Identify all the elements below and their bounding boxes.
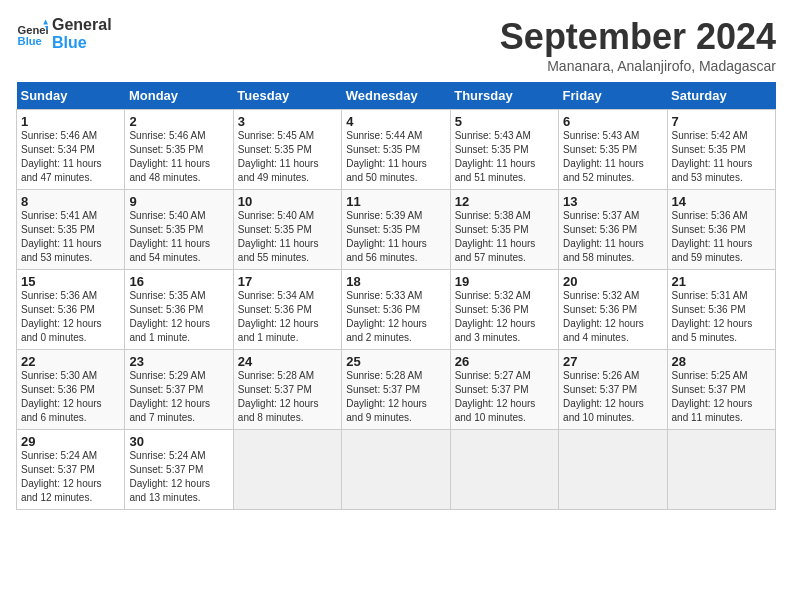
day-number: 10 [238,194,337,209]
logo-text-blue: Blue [52,34,112,52]
day-info: Sunrise: 5:43 AMSunset: 5:35 PMDaylight:… [563,129,662,185]
day-info: Sunrise: 5:35 AMSunset: 5:36 PMDaylight:… [129,289,228,345]
calendar-cell [233,430,341,510]
day-number: 21 [672,274,771,289]
logo-text-general: General [52,16,112,34]
day-info: Sunrise: 5:24 AMSunset: 5:37 PMDaylight:… [129,449,228,505]
day-number: 29 [21,434,120,449]
calendar-cell: 19 Sunrise: 5:32 AMSunset: 5:36 PMDaylig… [450,270,558,350]
calendar-cell: 21 Sunrise: 5:31 AMSunset: 5:36 PMDaylig… [667,270,775,350]
day-info: Sunrise: 5:46 AMSunset: 5:35 PMDaylight:… [129,129,228,185]
day-info: Sunrise: 5:41 AMSunset: 5:35 PMDaylight:… [21,209,120,265]
calendar-cell: 27 Sunrise: 5:26 AMSunset: 5:37 PMDaylig… [559,350,667,430]
col-header-monday: Monday [125,82,233,110]
calendar-cell: 9 Sunrise: 5:40 AMSunset: 5:35 PMDayligh… [125,190,233,270]
day-number: 14 [672,194,771,209]
day-info: Sunrise: 5:38 AMSunset: 5:35 PMDaylight:… [455,209,554,265]
calendar-cell: 26 Sunrise: 5:27 AMSunset: 5:37 PMDaylig… [450,350,558,430]
calendar-row: 8 Sunrise: 5:41 AMSunset: 5:35 PMDayligh… [17,190,776,270]
logo: General Blue General Blue [16,16,112,51]
day-number: 18 [346,274,445,289]
col-header-sunday: Sunday [17,82,125,110]
day-number: 23 [129,354,228,369]
day-number: 26 [455,354,554,369]
day-info: Sunrise: 5:25 AMSunset: 5:37 PMDaylight:… [672,369,771,425]
col-header-saturday: Saturday [667,82,775,110]
day-number: 16 [129,274,228,289]
day-info: Sunrise: 5:31 AMSunset: 5:36 PMDaylight:… [672,289,771,345]
day-number: 19 [455,274,554,289]
day-info: Sunrise: 5:40 AMSunset: 5:35 PMDaylight:… [238,209,337,265]
calendar-cell: 29 Sunrise: 5:24 AMSunset: 5:37 PMDaylig… [17,430,125,510]
day-info: Sunrise: 5:24 AMSunset: 5:37 PMDaylight:… [21,449,120,505]
calendar-row: 15 Sunrise: 5:36 AMSunset: 5:36 PMDaylig… [17,270,776,350]
day-number: 30 [129,434,228,449]
calendar-cell: 17 Sunrise: 5:34 AMSunset: 5:36 PMDaylig… [233,270,341,350]
day-info: Sunrise: 5:28 AMSunset: 5:37 PMDaylight:… [346,369,445,425]
day-number: 25 [346,354,445,369]
day-number: 6 [563,114,662,129]
calendar-cell: 7 Sunrise: 5:42 AMSunset: 5:35 PMDayligh… [667,110,775,190]
svg-text:General: General [18,24,48,36]
day-info: Sunrise: 5:33 AMSunset: 5:36 PMDaylight:… [346,289,445,345]
day-number: 27 [563,354,662,369]
calendar-cell: 16 Sunrise: 5:35 AMSunset: 5:36 PMDaylig… [125,270,233,350]
calendar-cell: 25 Sunrise: 5:28 AMSunset: 5:37 PMDaylig… [342,350,450,430]
calendar-cell [450,430,558,510]
calendar-cell: 10 Sunrise: 5:40 AMSunset: 5:35 PMDaylig… [233,190,341,270]
calendar-cell: 5 Sunrise: 5:43 AMSunset: 5:35 PMDayligh… [450,110,558,190]
calendar-cell: 22 Sunrise: 5:30 AMSunset: 5:36 PMDaylig… [17,350,125,430]
day-number: 28 [672,354,771,369]
calendar-cell: 20 Sunrise: 5:32 AMSunset: 5:36 PMDaylig… [559,270,667,350]
col-header-thursday: Thursday [450,82,558,110]
day-number: 8 [21,194,120,209]
day-info: Sunrise: 5:44 AMSunset: 5:35 PMDaylight:… [346,129,445,185]
day-number: 22 [21,354,120,369]
logo-icon: General Blue [16,18,48,50]
calendar-cell: 3 Sunrise: 5:45 AMSunset: 5:35 PMDayligh… [233,110,341,190]
calendar-cell: 18 Sunrise: 5:33 AMSunset: 5:36 PMDaylig… [342,270,450,350]
day-number: 20 [563,274,662,289]
location-title: Mananara, Analanjirofo, Madagascar [500,58,776,74]
day-info: Sunrise: 5:29 AMSunset: 5:37 PMDaylight:… [129,369,228,425]
month-title: September 2024 [500,16,776,58]
col-header-wednesday: Wednesday [342,82,450,110]
day-number: 5 [455,114,554,129]
calendar-cell: 15 Sunrise: 5:36 AMSunset: 5:36 PMDaylig… [17,270,125,350]
day-number: 2 [129,114,228,129]
day-info: Sunrise: 5:26 AMSunset: 5:37 PMDaylight:… [563,369,662,425]
day-info: Sunrise: 5:40 AMSunset: 5:35 PMDaylight:… [129,209,228,265]
svg-text:Blue: Blue [18,35,42,47]
day-number: 12 [455,194,554,209]
calendar-cell: 24 Sunrise: 5:28 AMSunset: 5:37 PMDaylig… [233,350,341,430]
title-area: September 2024 Mananara, Analanjirofo, M… [500,16,776,74]
day-info: Sunrise: 5:34 AMSunset: 5:36 PMDaylight:… [238,289,337,345]
calendar-cell: 4 Sunrise: 5:44 AMSunset: 5:35 PMDayligh… [342,110,450,190]
calendar-cell [667,430,775,510]
calendar-cell: 6 Sunrise: 5:43 AMSunset: 5:35 PMDayligh… [559,110,667,190]
calendar-cell: 23 Sunrise: 5:29 AMSunset: 5:37 PMDaylig… [125,350,233,430]
calendar-cell: 8 Sunrise: 5:41 AMSunset: 5:35 PMDayligh… [17,190,125,270]
day-number: 15 [21,274,120,289]
col-header-friday: Friday [559,82,667,110]
calendar-table: SundayMondayTuesdayWednesdayThursdayFrid… [16,82,776,510]
day-number: 3 [238,114,337,129]
calendar-cell: 13 Sunrise: 5:37 AMSunset: 5:36 PMDaylig… [559,190,667,270]
calendar-cell: 2 Sunrise: 5:46 AMSunset: 5:35 PMDayligh… [125,110,233,190]
calendar-row: 22 Sunrise: 5:30 AMSunset: 5:36 PMDaylig… [17,350,776,430]
day-number: 24 [238,354,337,369]
day-number: 7 [672,114,771,129]
day-number: 1 [21,114,120,129]
day-number: 9 [129,194,228,209]
calendar-cell: 1 Sunrise: 5:46 AMSunset: 5:34 PMDayligh… [17,110,125,190]
header: General Blue General Blue September 2024… [16,16,776,74]
day-info: Sunrise: 5:43 AMSunset: 5:35 PMDaylight:… [455,129,554,185]
header-row: SundayMondayTuesdayWednesdayThursdayFrid… [17,82,776,110]
day-info: Sunrise: 5:32 AMSunset: 5:36 PMDaylight:… [563,289,662,345]
day-number: 17 [238,274,337,289]
day-number: 11 [346,194,445,209]
calendar-row: 29 Sunrise: 5:24 AMSunset: 5:37 PMDaylig… [17,430,776,510]
calendar-cell: 28 Sunrise: 5:25 AMSunset: 5:37 PMDaylig… [667,350,775,430]
calendar-cell [342,430,450,510]
col-header-tuesday: Tuesday [233,82,341,110]
